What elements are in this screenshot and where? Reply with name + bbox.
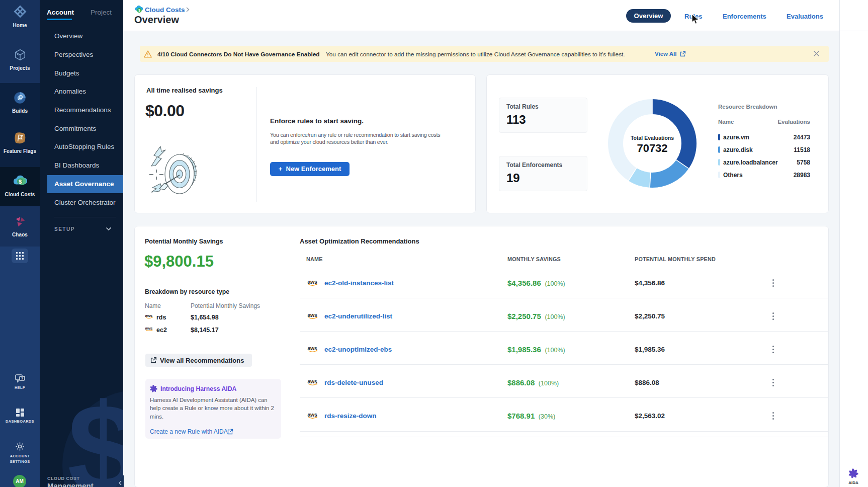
svg-text:aws: aws <box>308 378 317 384</box>
svg-text:aws: aws <box>308 279 317 285</box>
svg-text:aws: aws <box>145 326 152 331</box>
svg-text:70732: 70732 <box>637 142 667 154</box>
svg-text:?: ? <box>21 377 23 380</box>
svg-text:aws: aws <box>308 345 317 351</box>
svg-text:aws: aws <box>308 312 317 318</box>
svg-text:$: $ <box>138 9 140 13</box>
svg-text:aws: aws <box>145 313 152 318</box>
svg-text:$: $ <box>18 179 22 185</box>
svg-text:Total Evaluations: Total Evaluations <box>631 135 674 141</box>
svg-text:aws: aws <box>308 412 317 418</box>
